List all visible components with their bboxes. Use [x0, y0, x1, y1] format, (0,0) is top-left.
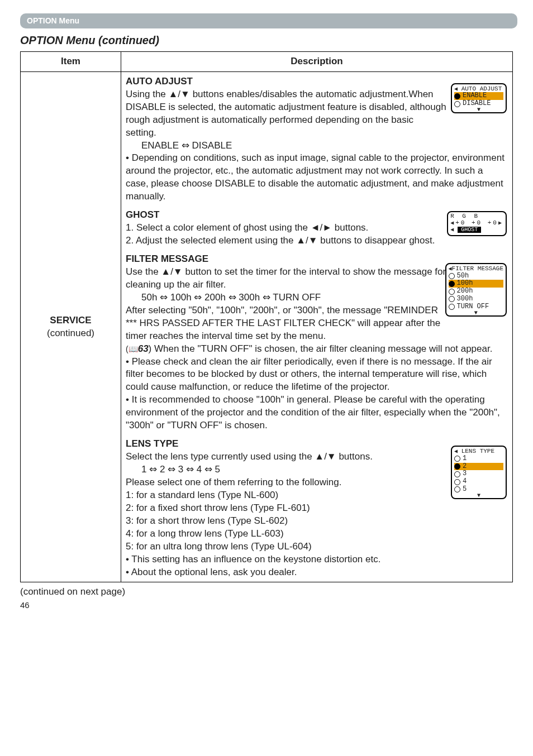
section-tab: OPTION Menu [20, 13, 517, 28]
auto-adjust-p2: • Depending on conditions, such as input… [126, 152, 508, 203]
radio-icon [454, 456, 460, 462]
radio-icon [454, 486, 460, 492]
continued-note: (continued on next page) [20, 586, 513, 599]
ref-number: 63 [138, 343, 149, 354]
panel-opt: 1 [463, 455, 467, 463]
panel-opt: 50h [457, 272, 469, 280]
page-number: 46 [20, 600, 513, 611]
panel-opt: TURN OFF [457, 303, 489, 311]
lens-type-p3: • This setting has an influence on the k… [126, 553, 508, 566]
lens-type-l3: 3: for a short throw lens (Type SL-602) [126, 515, 508, 528]
radio-icon [454, 479, 460, 485]
filter-message-ref: (📖63) When the "TURN OFF" is chosen, the… [126, 343, 508, 356]
item-service: SERVICE [25, 314, 116, 327]
radio-icon [449, 304, 455, 310]
lens-type-p4: • About the optional lens, ask you deale… [126, 566, 508, 579]
panel-opt-enable: ENABLE [463, 92, 487, 100]
panel-opt: 4 [463, 478, 467, 486]
filter-message-block: ◀FILTER MESSAGE 50h 100h 200h 300h TURN … [126, 253, 508, 432]
header-description: Description [121, 51, 513, 71]
header-item: Item [21, 51, 121, 71]
radio-icon [454, 463, 460, 470]
section-title: OPTION Menu (continued) [20, 33, 513, 48]
filter-message-p3: • Please check and clean the air filter … [126, 356, 508, 394]
lens-type-block: ◀ LENS TYPE 1 2 3 4 5 ▼ LENS TYPE Select… [126, 438, 508, 578]
filter-message-p2b: ) When the "TURN OFF" is chosen, the air… [149, 343, 493, 354]
chevron-down-icon: ▼ [454, 494, 503, 498]
ghost-block: R G B ◀+0 +0 +0▶ ◀ GHOST GHOST 1. Select… [126, 209, 508, 247]
radio-icon [454, 471, 460, 477]
filter-panel-title: FILTER MESSAGE [452, 265, 503, 272]
panel-opt: 200h [457, 288, 473, 295]
item-service-continued: (continued) [25, 327, 116, 340]
ghost-label: GHOST [458, 227, 481, 233]
description-cell: ◀ AUTO ADJUST ENABLE DISABLE ▼ AUTO ADJU… [121, 71, 513, 582]
radio-icon [454, 93, 460, 99]
ghost-rgb: R G B [450, 213, 503, 219]
ghost-panel: R G B ◀+0 +0 +0▶ ◀ GHOST [447, 211, 507, 236]
ghost-step2: 2. Adjust the selected element using the… [126, 235, 508, 247]
radio-icon [449, 273, 455, 279]
radio-icon [449, 289, 455, 295]
panel-opt: 2 [463, 463, 467, 471]
auto-adjust-block: ◀ AUTO ADJUST ENABLE DISABLE ▼ AUTO ADJU… [126, 75, 508, 203]
lens-panel-title: LENS TYPE [461, 448, 494, 454]
auto-adjust-toggle: ENABLE ⇔ DISABLE [126, 140, 508, 152]
radio-icon [449, 281, 455, 287]
book-icon: (📖 [126, 344, 138, 353]
radio-icon [449, 296, 455, 302]
lens-type-panel: ◀ LENS TYPE 1 2 3 4 5 ▼ [451, 446, 507, 499]
lens-type-l4: 4: for a long throw lens (Type LL-603) [126, 528, 508, 540]
auto-adjust-panel-title: AUTO ADJUST [461, 85, 502, 92]
panel-opt: 300h [457, 295, 473, 303]
auto-adjust-panel: ◀ AUTO ADJUST ENABLE DISABLE ▼ [451, 83, 507, 113]
ghost-step1-text: 1. Select a color element of ghost using… [126, 222, 368, 233]
option-table: Item Description SERVICE (continued) ◀ A… [20, 51, 513, 583]
panel-opt: 5 [463, 486, 467, 494]
chevron-down-icon: ▼ [449, 311, 503, 315]
filter-message-panel: ◀FILTER MESSAGE 50h 100h 200h 300h TURN … [445, 263, 507, 317]
panel-opt: 3 [463, 470, 467, 478]
filter-message-p4: • It is recommended to choose "100h" in … [126, 394, 508, 432]
chevron-down-icon: ▼ [454, 108, 503, 112]
panel-opt: 100h [457, 280, 473, 288]
item-cell-service: SERVICE (continued) [21, 71, 121, 582]
radio-icon [454, 101, 460, 107]
lens-type-l2: 2: for a fixed short throw lens (Type FL… [126, 502, 508, 515]
lens-type-l5: 5: for an ultra long throw lens (Type UL… [126, 540, 508, 553]
ghost-vals: +0 +0 +0 [455, 219, 498, 226]
